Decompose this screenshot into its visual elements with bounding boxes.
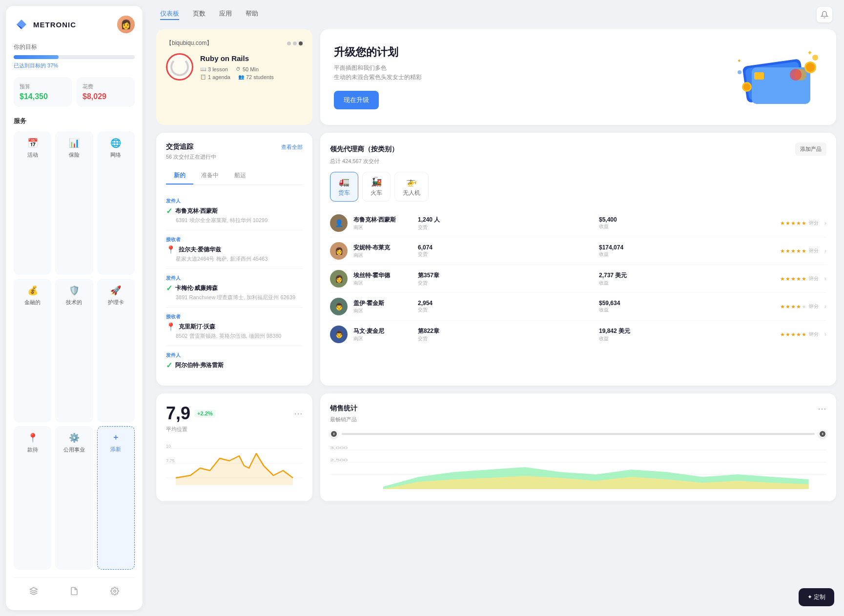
svg-text:2,500: 2,500 — [330, 457, 348, 462]
spend-label: 花费 — [82, 83, 129, 90]
check-icon-3: ✓ — [166, 361, 172, 370]
agent-arrow-5[interactable]: › — [824, 331, 826, 338]
service-care[interactable]: 🚀 护理卡 — [97, 279, 135, 422]
service-insurance[interactable]: 📊 保险 — [55, 131, 93, 275]
upgrade-title: 升级您的计划 — [334, 45, 422, 60]
budget-card: 预算 $14,350 — [14, 77, 72, 107]
sidebar-footer — [14, 577, 135, 600]
agent-avatar-2: 👩 — [330, 242, 348, 260]
service-label-network: 网络 — [110, 151, 121, 159]
goal-section: 你的目标 已达到目标的 37% — [14, 43, 135, 69]
svg-point-14 — [738, 70, 741, 74]
service-label-care: 护理卡 — [108, 299, 124, 306]
service-finance[interactable]: 💰 金融的 — [14, 279, 51, 422]
avatar: 👩 — [117, 16, 135, 33]
nav-help[interactable]: 帮助 — [246, 9, 258, 20]
service-tech[interactable]: 🛡️ 技术的 — [55, 279, 93, 422]
upgrade-button[interactable]: 现在升级 — [334, 91, 379, 109]
slider-track[interactable] — [342, 433, 815, 435]
course-duration: ⏱ 50 Min — [236, 66, 259, 72]
nav-dashboard[interactable]: 仪表板 — [160, 9, 179, 20]
svg-text:10: 10 — [166, 444, 171, 449]
course-title: Ruby on Rails — [200, 54, 274, 62]
add-new-service[interactable]: ＋ 添新 — [97, 426, 135, 570]
agent-arrow-1[interactable]: › — [824, 220, 826, 226]
service-label-activity: 活动 — [27, 151, 38, 159]
category-tabs: 🚛 货车 🚂 火车 🚁 无人机 — [330, 172, 826, 202]
cat-tab-drone[interactable]: 🚁 无人机 — [394, 172, 429, 202]
shipment-tabs: 新的 准备中 船运 — [166, 167, 303, 185]
progress-fill — [14, 55, 59, 59]
tab-preparing[interactable]: 准备中 — [193, 167, 226, 185]
service-network[interactable]: 🌐 网络 — [97, 131, 135, 275]
file-icon[interactable] — [67, 584, 82, 600]
agent-arrow-4[interactable]: › — [824, 303, 826, 310]
sales-subtitle: 最畅销产品 — [330, 416, 826, 423]
agent-rating-5: ★★★★★ 评分 — [780, 331, 819, 338]
cat-tab-train[interactable]: 🚂 火车 — [362, 172, 391, 202]
svg-rect-6 — [754, 72, 764, 80]
agent-info-4: 盖伊·霍金斯 南区 — [353, 299, 412, 314]
entry-name-3: ✓ 卡梅伦·威廉姆森 — [166, 284, 303, 293]
svg-point-12 — [743, 83, 750, 90]
network-icon: 🌐 — [110, 138, 121, 148]
course-students: 👥 72 students — [238, 74, 274, 80]
settings-icon[interactable] — [107, 584, 122, 600]
slider-right-handle[interactable]: ⏸ — [819, 430, 826, 438]
course-agenda: 📋 1 agenda — [200, 74, 230, 80]
nav-pages[interactable]: 页数 — [193, 9, 206, 20]
service-activity[interactable]: 📅 活动 — [14, 131, 51, 275]
agent-rating-3: ★★★★★ 评分 — [780, 275, 819, 282]
sales-stats-card: 销售统计 ⋯ 最畅销产品 ⏸ ⏸ — [320, 393, 836, 501]
svg-text:✦: ✦ — [807, 49, 813, 57]
layers-icon[interactable] — [26, 584, 41, 600]
course-meta-row1: 📖 3 lesson ⏱ 50 Min — [200, 66, 274, 72]
entry-addr-1: 6391 埃尔全全塞莱斯, 特拉华州 10299 — [176, 217, 303, 224]
tab-new[interactable]: 新的 — [166, 167, 193, 185]
course-ring-inner — [170, 58, 189, 76]
add-icon: ＋ — [112, 432, 120, 443]
upgrade-desc: 平面插图和我们多色 生动的未混合紫色头发女士的精彩 — [334, 63, 422, 82]
sales-title: 销售统计 — [330, 404, 357, 413]
entry-addr-3: 3891 Ranchview 理查森博士, 加利福尼亚州 62639 — [176, 294, 303, 301]
hospitality-icon: 📍 — [27, 432, 38, 443]
service-utility[interactable]: ⚙️ 公用事业 — [55, 426, 93, 570]
slider-left-handle[interactable]: ⏸ — [330, 430, 338, 438]
sales-menu-icon[interactable]: ⋯ — [818, 403, 826, 414]
content-area: 【biqubiqu.com】 Ruby on Rails — [148, 29, 844, 616]
entry-role-3: 发件人 — [166, 275, 303, 282]
avg-menu-icon[interactable]: ⋯ — [294, 408, 303, 419]
row-2: 交货追踪 查看全部 56 次交付正在进行中 新的 准备中 船运 发件人 ✓ 布鲁… — [156, 133, 836, 386]
pin-icon-1: 📍 — [166, 245, 176, 254]
nav-apps[interactable]: 应用 — [219, 9, 232, 20]
spend-card: 花费 $8,029 — [77, 77, 135, 107]
agent-row-5: 👨 马文·麦金尼 南区 第822章 交货 19,842 美元 收益 ★★★★ — [330, 321, 826, 348]
book-icon: 📖 — [200, 66, 206, 72]
cat-tab-truck[interactable]: 🚛 货车 — [330, 172, 358, 202]
shipment-entry-4: 接收者 📍 克里斯汀·沃森 8502 普雷斯顿路, 英格尔伍德, 缅因州 983… — [166, 308, 303, 346]
spend-value: $8,029 — [82, 92, 129, 101]
customize-button[interactable]: ✦ 定制 — [799, 588, 834, 606]
agent-arrow-2[interactable]: › — [824, 247, 826, 254]
clock-icon: ⏱ — [236, 66, 241, 72]
view-all-link[interactable]: 查看全部 — [281, 144, 303, 151]
chart-slider: ⏸ ⏸ — [330, 430, 826, 438]
drone-icon: 🚁 — [406, 176, 417, 187]
upgrade-text: 升级您的计划 平面插图和我们多色 生动的未混合紫色头发女士的精彩 现在升级 — [334, 45, 422, 109]
service-label-insurance: 保险 — [69, 151, 80, 159]
avg-position-value: 7,9 +2.2% — [166, 403, 216, 424]
entry-name-5: ✓ 阿尔伯特·弗洛雷斯 — [166, 361, 303, 370]
tab-shipping[interactable]: 船运 — [226, 167, 254, 185]
shipment-title: 交货追踪 — [166, 143, 193, 151]
progress-text: 已达到目标的 37% — [14, 62, 135, 69]
agent-arrow-3[interactable]: › — [824, 275, 826, 282]
students-icon: 👥 — [238, 74, 244, 80]
service-label-utility: 公用事业 — [63, 446, 85, 453]
agent-rating-1: ★★★★★ 评分 — [780, 220, 819, 226]
agent-stat-5: 第822章 交货 — [418, 327, 593, 342]
add-product-button[interactable]: 添加产品 — [795, 143, 826, 156]
service-hospitality[interactable]: 📍 款待 — [14, 426, 51, 570]
avg-position-label: 平均位置 — [166, 426, 303, 433]
notification-icon[interactable] — [817, 7, 832, 22]
agent-info-3: 埃丝特·霍华德 南区 — [353, 271, 412, 287]
